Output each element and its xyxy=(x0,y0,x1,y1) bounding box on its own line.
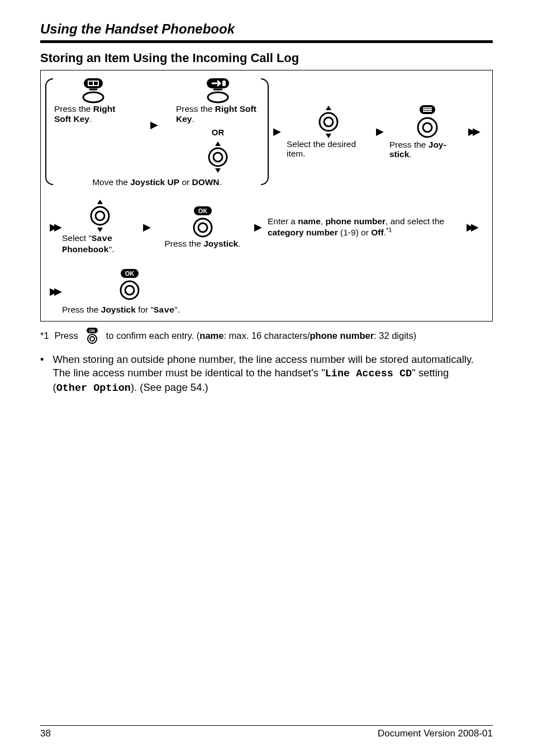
svg-marker-16 xyxy=(326,134,331,138)
doc-version: Document Version 2008-01 xyxy=(378,728,493,739)
step-1b-caption: Press the Right Soft Key. xyxy=(176,104,260,124)
arrow-right-icon: ▶ xyxy=(137,221,156,233)
arrow-right-icon: ▶ xyxy=(370,125,389,138)
joystick-updown-icon xyxy=(86,199,114,233)
joystick-ok-icon: OK xyxy=(113,268,146,301)
svg-rect-6 xyxy=(222,81,226,86)
svg-text:OK: OK xyxy=(89,329,96,333)
option-group: Press the Right Soft Key. ▶ xyxy=(46,76,268,187)
joystick-updown-icon xyxy=(204,140,232,174)
svg-point-22 xyxy=(423,123,432,132)
arrow-right-icon: ▶ xyxy=(145,119,164,131)
svg-point-33 xyxy=(121,281,139,299)
svg-point-4 xyxy=(83,92,103,102)
svg-point-15 xyxy=(324,117,333,126)
svg-point-34 xyxy=(125,286,134,295)
svg-marker-26 xyxy=(97,228,103,232)
continue-arrow-icon: ▶▶ xyxy=(46,221,62,233)
note-bullet: • When storing an outside phone number, … xyxy=(40,353,493,395)
svg-marker-12 xyxy=(215,168,221,173)
procedure-diagram: Press the Right Soft Key. ▶ xyxy=(40,70,493,322)
svg-text:OK: OK xyxy=(125,270,134,277)
svg-text:OK: OK xyxy=(198,207,207,214)
joystick-updown-icon xyxy=(315,105,342,139)
svg-point-38 xyxy=(90,337,94,341)
arrow-right-icon: ▶ xyxy=(249,221,268,233)
curly-brace-left xyxy=(45,78,53,185)
svg-point-24 xyxy=(91,207,109,225)
move-joystick-caption: Move the Joystick UP or DOWN. xyxy=(92,177,222,187)
svg-point-14 xyxy=(320,113,337,131)
section-header: Using the Handset Phonebook xyxy=(40,21,493,37)
page-number: 38 xyxy=(40,728,51,739)
select-save-phonebook-caption: Select "Save Phonebook". xyxy=(62,233,137,256)
svg-point-8 xyxy=(208,92,228,102)
joystick-ok-icon: OK xyxy=(187,205,219,239)
curly-brace-right xyxy=(261,78,269,185)
press-joystick2-caption: Press the Joystick. xyxy=(164,239,240,249)
svg-point-30 xyxy=(198,223,207,232)
or-label: OR xyxy=(212,127,225,137)
svg-point-11 xyxy=(213,153,222,162)
page-footer: 38 Document Version 2008-01 xyxy=(40,725,493,739)
press-joystick-caption: Press the Joy-stick. xyxy=(389,140,465,160)
svg-point-29 xyxy=(194,219,212,237)
enter-details-caption: Enter a name, phone number, and select t… xyxy=(268,216,463,238)
joystick-ok-icon: OK xyxy=(84,327,101,344)
svg-marker-9 xyxy=(215,141,221,146)
heading-rule xyxy=(40,40,493,43)
svg-marker-23 xyxy=(97,200,103,204)
page-subtitle: Storing an Item Using the Incoming Call … xyxy=(40,51,493,65)
step-1a-caption: Press the Right Soft Key. xyxy=(54,104,132,124)
select-item-caption: Select the desired item. xyxy=(287,139,370,159)
arrow-right-icon: ▶ xyxy=(268,125,287,138)
footnote-1: *1 Press OK to confirm each entry. (name… xyxy=(40,327,493,344)
joystick-menu-icon xyxy=(412,104,442,140)
continue-arrow-icon: ▶▶ xyxy=(465,125,480,138)
press-joystick-save-caption: Press the Joystick for "Save". xyxy=(62,305,180,316)
right-soft-key-icon xyxy=(78,76,108,104)
continue-arrow-icon: ▶▶ xyxy=(463,221,479,233)
right-soft-key-arrow-icon xyxy=(201,76,235,104)
svg-point-21 xyxy=(418,118,437,137)
svg-point-25 xyxy=(96,211,104,220)
svg-point-37 xyxy=(88,334,97,343)
continue-arrow-icon: ▶▶ xyxy=(46,285,62,297)
svg-point-10 xyxy=(209,148,227,166)
svg-marker-13 xyxy=(326,106,331,110)
